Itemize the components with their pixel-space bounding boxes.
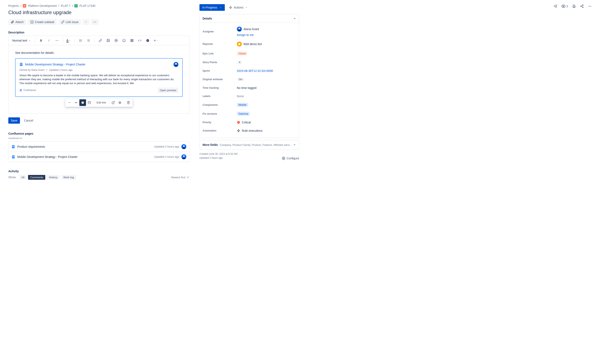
confluence-card-title: Mobile Development Strategy - Project Ch… (25, 63, 171, 66)
settings-link-icon[interactable] (117, 99, 123, 106)
tab-comments[interactable]: Comments (28, 175, 45, 180)
create-subtask-button[interactable]: Create subtask (28, 19, 57, 25)
code-icon[interactable] (137, 37, 143, 44)
share-icon[interactable] (580, 4, 584, 8)
gear-icon (282, 157, 285, 160)
more-actions-button[interactable] (91, 19, 98, 25)
page-title: Product requirements (17, 145, 152, 148)
card-view-inline-icon[interactable] (73, 99, 79, 106)
bold-icon[interactable]: B (38, 37, 45, 44)
link-icon[interactable] (97, 37, 104, 44)
epic-link-chip[interactable]: Cloud (237, 52, 247, 56)
svg-point-46 (175, 63, 177, 65)
editor-body[interactable]: See documentation for details: Mobile De… (9, 45, 189, 113)
text-color-icon[interactable]: A (66, 37, 72, 44)
configure-button[interactable]: Configure (282, 157, 299, 160)
confluence-card[interactable]: Mobile Development Strategy - Project Ch… (15, 58, 183, 97)
image-icon[interactable] (105, 37, 112, 44)
more-icon[interactable] (588, 4, 592, 8)
confluence-page-list: Product requirements Updated 2 hours ago… (8, 141, 189, 162)
status-dropdown[interactable]: In Progress (199, 4, 225, 11)
svg-marker-81 (237, 129, 240, 132)
description-editor: Normal text B I A 123 (8, 36, 189, 114)
link-issue-caret[interactable] (83, 19, 89, 25)
attach-button[interactable]: Attach (8, 19, 26, 25)
tab-history[interactable]: History (47, 175, 59, 180)
list-item[interactable]: Mobile Development Strategy - Project Ch… (9, 152, 189, 162)
description-label: Description (8, 31, 189, 34)
vote-icon[interactable] (572, 4, 576, 8)
labels-value[interactable]: None (237, 94, 244, 98)
reporter-name: field demo bot (244, 42, 262, 46)
bolt-icon (229, 6, 232, 9)
mention-icon[interactable] (113, 37, 120, 44)
page-updated: Updated 2 hours ago (154, 155, 179, 158)
component-chip[interactable]: Mobile (237, 103, 248, 107)
open-preview-button[interactable]: Open preview (158, 87, 178, 93)
italic-icon[interactable]: I (46, 37, 52, 44)
svg-rect-65 (12, 157, 13, 158)
sprint-link[interactable]: 2023-06-30T12:31:54+0000 (237, 69, 273, 73)
svg-point-74 (238, 28, 240, 29)
breadcrumb-projects[interactable]: Projects (8, 4, 19, 8)
emoji-icon[interactable] (121, 37, 127, 44)
breadcrumb-epic[interactable]: PLAT-7 (61, 4, 70, 8)
issue-title[interactable]: Cloud infrastructure upgrade (8, 9, 189, 15)
edit-link-button[interactable]: Edit link (94, 101, 108, 104)
field-automation: Automation Rule executions (203, 127, 296, 135)
details-heading[interactable]: Details (200, 14, 299, 23)
info-icon[interactable]: i (144, 37, 151, 44)
tab-all[interactable]: All (19, 175, 26, 180)
estimate-value[interactable]: 0m (237, 77, 244, 81)
delete-link-icon[interactable] (125, 99, 132, 106)
open-link-icon[interactable] (110, 99, 117, 106)
svg-point-16 (79, 41, 80, 41)
confluence-source: Confluence (19, 89, 36, 92)
header-icons: 2 (553, 4, 592, 8)
cancel-button[interactable]: Cancel (22, 118, 35, 123)
more-format-icon[interactable] (54, 37, 60, 44)
fix-version-chip[interactable]: Gamma (237, 112, 250, 116)
text-style-select[interactable]: Normal text (11, 37, 33, 44)
breadcrumb-issue[interactable]: PLAT-17330 (79, 4, 95, 8)
svg-rect-58 (12, 146, 14, 147)
svg-point-3 (582, 7, 583, 8)
story-points-value[interactable]: 4 (237, 60, 243, 64)
card-view-card-icon[interactable] (79, 99, 86, 106)
svg-point-5 (590, 6, 590, 7)
priority-value: Critical (242, 121, 251, 124)
updated-timestamp: Updated 2 hours ago (199, 156, 237, 160)
action-row: Attach Create subtask Link issue (8, 19, 189, 25)
svg-rect-51 (88, 101, 91, 104)
svg-rect-64 (12, 157, 14, 157)
svg-point-77 (239, 43, 239, 44)
insert-icon[interactable] (152, 37, 159, 44)
doc-icon (11, 155, 15, 159)
actions-dropdown[interactable]: Actions (227, 4, 250, 11)
save-button[interactable]: Save (8, 117, 20, 124)
sort-icon (187, 176, 189, 179)
card-view-embed-icon[interactable] (86, 99, 93, 106)
list-item[interactable]: Product requirements Updated 2 hours ago (9, 142, 189, 152)
svg-rect-44 (20, 65, 21, 65)
tab-worklog[interactable]: Work log (61, 175, 76, 180)
watch-button[interactable]: 2 (561, 4, 568, 8)
link-issue-button[interactable]: Link issue (59, 19, 81, 25)
numbered-list-icon[interactable]: 123 (85, 37, 92, 44)
svg-point-4 (588, 6, 589, 7)
svg-rect-43 (20, 64, 22, 65)
svg-point-54 (120, 102, 120, 103)
svg-text:i: i (147, 39, 148, 42)
bullet-list-icon[interactable] (77, 37, 84, 44)
give-feedback-icon[interactable] (553, 4, 557, 8)
card-view-url-icon[interactable] (66, 99, 73, 106)
more-fields-toggle[interactable]: More fields Company, Product Family, Pro… (200, 140, 299, 149)
breadcrumb-project[interactable]: Platform Development (28, 4, 57, 8)
table-icon[interactable] (129, 37, 135, 44)
field-story-points: Story Points 4 (203, 58, 296, 67)
sort-newest-first[interactable]: Newest first (171, 176, 189, 179)
svg-line-53 (113, 101, 114, 103)
assignee-name[interactable]: Alana Grant (244, 28, 259, 31)
time-tracking-value[interactable]: No time logged (237, 86, 256, 90)
assign-to-me-link[interactable]: Assign to me (237, 33, 254, 37)
